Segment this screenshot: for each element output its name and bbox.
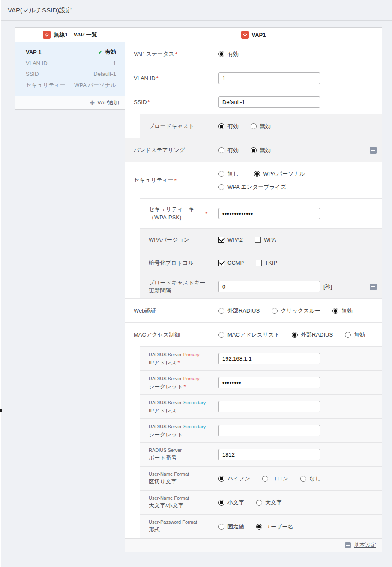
- ssid-input[interactable]: [218, 96, 320, 108]
- radio-option-mac-list[interactable]: MACアドレスリスト: [218, 331, 280, 339]
- checkbox-label: WPA: [264, 236, 276, 243]
- vap-add-link[interactable]: VAP追加: [97, 99, 119, 107]
- radio-icon[interactable]: [262, 476, 268, 482]
- vlan-id-input[interactable]: [218, 72, 320, 84]
- required-mark: *: [174, 177, 177, 184]
- radio-icon[interactable]: [218, 500, 224, 506]
- row-broadcast: ブロードキャスト 有効 無効: [125, 114, 382, 138]
- checkbox-option-wpa[interactable]: WPA: [255, 236, 276, 243]
- radio-option-disabled[interactable]: 無効: [251, 146, 271, 154]
- radio-icon[interactable]: [218, 332, 224, 338]
- row-label: SSID*: [125, 99, 218, 105]
- radio-option-wpa-enterprise[interactable]: WPA エンタープライズ: [218, 183, 287, 191]
- radio-option-fixed-value[interactable]: 固定値: [218, 523, 244, 531]
- radio-icon[interactable]: [300, 476, 306, 482]
- checkbox-option-tkip[interactable]: TKIP: [256, 260, 277, 266]
- radius-secondary-ip-input[interactable]: [218, 401, 320, 412]
- radio-icon[interactable]: [218, 147, 224, 153]
- row-label-jp: シークレット*: [149, 383, 200, 391]
- radio-icon[interactable]: [218, 51, 224, 57]
- radio-option-uppercase[interactable]: 大文字: [256, 499, 282, 507]
- indent-strip: [125, 198, 140, 228]
- radio-option-wpa-personal[interactable]: WPA パーソナル: [254, 170, 305, 178]
- radio-icon[interactable]: [345, 332, 351, 338]
- radio-icon[interactable]: [218, 476, 224, 482]
- radio-option-none[interactable]: 無し: [218, 170, 239, 178]
- indent-strip: [125, 418, 140, 442]
- broadcast-key-interval-input[interactable]: [218, 281, 320, 292]
- radius-primary-ip-input[interactable]: [218, 353, 320, 364]
- vap-settings-title: VAP1: [252, 32, 266, 38]
- detail-label: VLAN ID: [26, 60, 48, 66]
- checkbox-option-wpa2[interactable]: WPA2: [218, 236, 243, 243]
- radio-icon[interactable]: [218, 171, 224, 177]
- checkbox-icon[interactable]: [256, 260, 262, 266]
- radio-label: 小文字: [227, 499, 244, 507]
- primary-tag: Primary: [183, 352, 200, 357]
- row-radius-primary-secret: RADIUS Server Primary シークレット*: [125, 370, 382, 394]
- radio-icon[interactable]: [251, 147, 257, 153]
- radio-option-hyphen[interactable]: ハイフン: [218, 475, 250, 483]
- radio-option-enabled[interactable]: 有効: [218, 50, 239, 58]
- row-label-jp: シークレット: [149, 431, 206, 439]
- radio-label: 無効: [260, 122, 271, 130]
- row-label-line2: 更新間隔: [149, 287, 205, 295]
- indent-strip: [125, 114, 140, 138]
- username-format-text: User-Name Format: [149, 471, 189, 478]
- row-label-text: VLAN ID: [134, 75, 156, 81]
- checkbox-icon[interactable]: [255, 237, 261, 243]
- checkbox-option-ccmp[interactable]: CCMP: [218, 260, 244, 266]
- checkbox-label: WPA2: [227, 236, 243, 243]
- vap-entry-status-label: 有効: [105, 48, 116, 56]
- radio-option-clickthrough[interactable]: クリックスルー: [272, 307, 320, 315]
- radio-option-lowercase[interactable]: 小文字: [218, 499, 244, 507]
- radio-icon[interactable]: [218, 123, 224, 129]
- radius-server-text: RADIUS Server: [149, 424, 182, 429]
- radio-option-disabled[interactable]: 無効: [332, 307, 353, 315]
- radio-icon[interactable]: [218, 524, 224, 530]
- userpassword-format-text: User-Password Format: [149, 519, 197, 526]
- radio-option-enabled[interactable]: 有効: [218, 122, 239, 130]
- vap-list-panel: 無線1 VAP 一覧 VAP 1 ✔ 有効 VLAN ID 1 SSID Def…: [15, 27, 125, 110]
- radio-option-external-radius[interactable]: 外部RADIUS: [292, 331, 333, 339]
- radio-icon[interactable]: [251, 123, 257, 129]
- radio-option-disabled[interactable]: 無効: [251, 122, 271, 130]
- required-mark: *: [184, 383, 186, 390]
- basic-settings-link[interactable]: 基本設定: [354, 541, 376, 549]
- row-label-en: RADIUS Server Secondary: [149, 423, 206, 431]
- collapse-minus-icon[interactable]: [370, 284, 377, 290]
- radio-icon[interactable]: [256, 524, 262, 530]
- radio-icon[interactable]: [254, 171, 260, 177]
- radius-primary-secret-input[interactable]: [218, 377, 320, 388]
- radio-option-none[interactable]: なし: [300, 475, 321, 483]
- screen-left-strip: [0, 0, 1, 567]
- radius-port-input[interactable]: [218, 449, 320, 460]
- radio-icon[interactable]: [218, 184, 224, 190]
- radio-option-colon[interactable]: コロン: [262, 475, 288, 483]
- radio-option-external-radius[interactable]: 外部RADIUS: [218, 307, 260, 315]
- radius-server-text: RADIUS Server: [149, 400, 182, 405]
- radio-icon[interactable]: [332, 308, 338, 314]
- collapse-minus-icon[interactable]: [345, 542, 351, 548]
- radio-option-username[interactable]: ユーザー名: [256, 523, 293, 531]
- vap-entry-name-row: VAP 1 ✔ 有効: [26, 48, 116, 56]
- row-label: RADIUS Server Primary シークレット*: [140, 375, 218, 391]
- radio-icon[interactable]: [292, 332, 298, 338]
- checkbox-icon[interactable]: [218, 260, 224, 266]
- radio-option-enabled[interactable]: 有効: [218, 146, 239, 154]
- radio-icon[interactable]: [256, 500, 262, 506]
- row-label: ブロードキャストキー 更新間隔: [140, 279, 218, 295]
- security-key-input[interactable]: [218, 208, 320, 219]
- radio-icon[interactable]: [272, 308, 278, 314]
- radio-option-disabled[interactable]: 無効: [345, 331, 365, 339]
- radio-label: 有効: [227, 122, 239, 130]
- row-label-text: VAP ステータス: [134, 50, 174, 58]
- checkbox-icon[interactable]: [218, 237, 224, 243]
- collapse-minus-icon[interactable]: [370, 147, 377, 154]
- wifi-icon: [43, 31, 51, 39]
- radio-icon[interactable]: [218, 308, 224, 314]
- row-label: WPAバージョン: [140, 236, 218, 244]
- vap-list-selected-entry[interactable]: VAP 1 ✔ 有効 VLAN ID 1 SSID Default-1 セキュリ…: [15, 42, 125, 96]
- radius-secondary-secret-input[interactable]: [218, 425, 320, 436]
- radio-label: 無効: [354, 331, 365, 339]
